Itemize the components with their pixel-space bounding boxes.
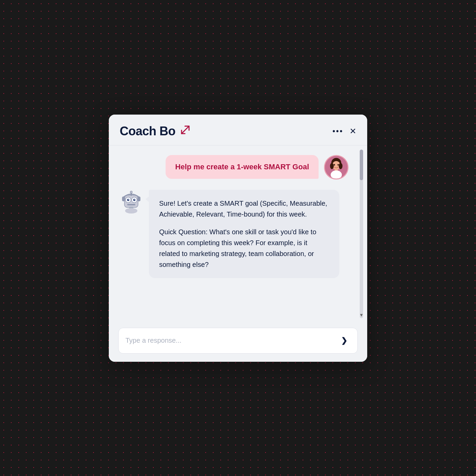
user-avatar	[324, 155, 348, 180]
header-left: Coach Bo	[120, 124, 190, 138]
bot-message-row: Sure! Let's create a SMART goal (Specifi…	[109, 190, 367, 278]
svg-rect-21	[127, 204, 135, 205]
svg-point-23	[130, 191, 132, 193]
header-right: ••• ✕	[333, 126, 356, 136]
chat-title: Coach Bo	[120, 124, 175, 138]
svg-point-20	[134, 199, 135, 200]
scrollbar-track	[360, 150, 363, 318]
svg-point-7	[339, 163, 342, 169]
svg-point-8	[334, 164, 335, 166]
input-area: ❯	[109, 322, 367, 362]
bot-paragraph-1: Sure! Let's create a SMART goal (Specifi…	[159, 198, 329, 220]
scrollbar-thumb[interactable]	[360, 150, 363, 180]
messages-area: ▲ ▼ Help me create a 1-week SMART Goal	[109, 146, 367, 322]
expand-icon[interactable]	[180, 125, 190, 137]
close-icon[interactable]: ✕	[350, 126, 356, 136]
user-message-row: Help me create a 1-week SMART Goal	[109, 155, 367, 180]
svg-point-19	[128, 199, 129, 200]
bot-avatar	[119, 190, 143, 214]
bot-bubble: Sure! Let's create a SMART goal (Specifi…	[149, 190, 339, 278]
more-options-icon[interactable]: •••	[333, 127, 343, 136]
svg-point-9	[338, 164, 339, 166]
send-button[interactable]: ❯	[338, 334, 351, 347]
input-container: ❯	[118, 328, 358, 354]
svg-point-6	[330, 163, 334, 169]
svg-point-25	[125, 208, 137, 214]
chat-widget: Coach Bo ••• ✕ ▲ ▼ Help me cre	[109, 115, 367, 362]
svg-point-18	[133, 199, 135, 201]
user-message-text: Help me create a 1-week SMART Goal	[175, 163, 309, 171]
svg-line-0	[182, 126, 189, 133]
bot-paragraph-2: Quick Question: What's one skill or task…	[159, 226, 329, 270]
scroll-down-arrow[interactable]: ▼	[358, 312, 364, 318]
response-input[interactable]	[125, 337, 334, 344]
bot-message-text: Sure! Let's create a SMART goal (Specifi…	[159, 198, 329, 270]
chat-header: Coach Bo ••• ✕	[109, 115, 367, 146]
user-bubble: Help me create a 1-week SMART Goal	[166, 155, 319, 179]
svg-point-17	[127, 199, 129, 201]
